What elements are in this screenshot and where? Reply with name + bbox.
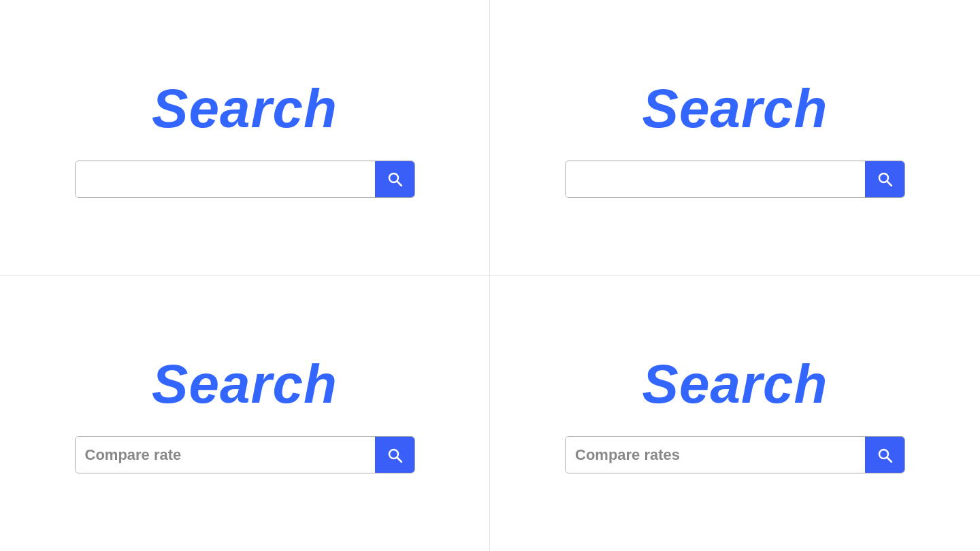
- search-bar-bottom-left: [75, 436, 415, 473]
- main-grid: Search Search Search: [0, 0, 980, 551]
- search-button-bottom-right[interactable]: [865, 437, 904, 473]
- search-title-bottom-left: Search: [152, 353, 338, 416]
- search-input-bottom-right[interactable]: [566, 437, 865, 473]
- search-widget-bottom-right: Search: [490, 276, 980, 551]
- search-bar-bottom-right: [565, 436, 905, 473]
- search-input-top-left[interactable]: [76, 161, 375, 197]
- svg-line-7: [887, 457, 892, 462]
- svg-line-3: [887, 182, 892, 186]
- svg-line-1: [397, 182, 402, 186]
- search-input-bottom-left[interactable]: [76, 437, 375, 473]
- search-button-top-right[interactable]: [865, 161, 904, 197]
- search-button-top-left[interactable]: [375, 161, 414, 197]
- search-button-bottom-left[interactable]: [375, 437, 414, 473]
- search-title-top-right: Search: [642, 78, 828, 140]
- search-widget-bottom-left: Search: [0, 276, 490, 551]
- search-icon-bottom-right: [877, 447, 893, 463]
- search-title-bottom-right: Search: [642, 353, 828, 416]
- search-icon-bottom-left: [387, 447, 403, 463]
- search-widget-top-right: Search: [490, 0, 980, 276]
- search-icon-top-right: [877, 171, 893, 187]
- search-widget-top-left: Search: [0, 0, 490, 276]
- svg-line-5: [397, 457, 402, 462]
- search-icon-top-left: [387, 171, 403, 187]
- search-bar-top-right: [565, 161, 905, 198]
- search-title-top-left: Search: [152, 78, 338, 140]
- search-bar-top-left: [75, 161, 415, 198]
- search-input-top-right[interactable]: [566, 161, 865, 197]
